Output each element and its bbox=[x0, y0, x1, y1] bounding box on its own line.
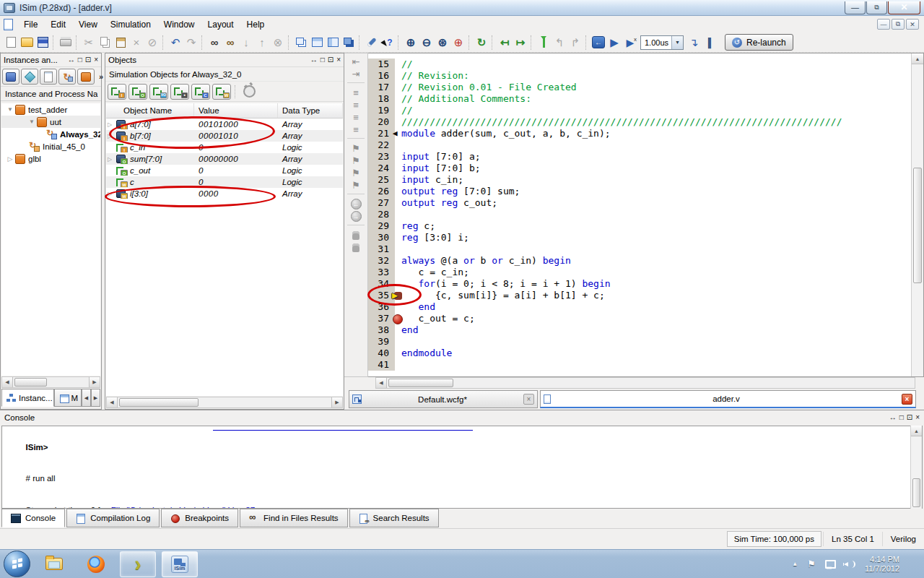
network-icon[interactable] bbox=[825, 560, 834, 568]
undo-icon[interactable]: ↶ bbox=[167, 35, 183, 51]
separator[interactable] bbox=[531, 35, 536, 50]
copy-icon[interactable] bbox=[97, 35, 113, 51]
paste-icon[interactable] bbox=[113, 35, 128, 51]
tree-item[interactable]: Initial_45_0 bbox=[1, 140, 100, 152]
undock-icon[interactable]: ↔ bbox=[68, 56, 75, 64]
zoom-in-icon[interactable]: ⊕ bbox=[403, 35, 419, 51]
object-row[interactable]: c 0 Logic bbox=[106, 176, 343, 188]
instances-tab[interactable]: Instanc... bbox=[1, 389, 54, 407]
maximize-panel-icon[interactable]: □ bbox=[899, 414, 904, 421]
reload-icon[interactable]: ↻ bbox=[474, 35, 489, 51]
print-icon[interactable] bbox=[58, 35, 74, 51]
float-panel-icon[interactable]: ⊡ bbox=[85, 56, 91, 64]
maximize-panel-icon[interactable]: □ bbox=[321, 56, 325, 64]
pan-icon[interactable] bbox=[348, 229, 364, 241]
nav-forward-icon[interactable]: → bbox=[348, 210, 364, 223]
editor-vscrollbar[interactable]: ▲ bbox=[911, 53, 923, 376]
taskbar-clock[interactable]: 4:14 PM 11/7/2012 bbox=[865, 555, 899, 574]
find-in-files-icon[interactable]: ∞ bbox=[222, 35, 238, 51]
taskbar-explorer-button[interactable] bbox=[36, 551, 72, 577]
code-editor[interactable]: 15 // 16 // Revision: 17 // Revision 0. bbox=[368, 53, 924, 377]
object-row[interactable]: c_out 0 Logic bbox=[106, 165, 343, 176]
zoom-to-marker-icon[interactable]: ⊕ bbox=[450, 35, 466, 51]
separator[interactable] bbox=[398, 35, 403, 50]
expander-icon[interactable] bbox=[108, 133, 116, 139]
separator[interactable] bbox=[288, 35, 293, 50]
filter-input-icon[interactable]: I bbox=[108, 84, 126, 100]
editor-hscrollbar[interactable]: ◀ bbox=[375, 377, 915, 389]
step-icon[interactable]: ↴ bbox=[686, 35, 702, 51]
tab-scroll-left-icon[interactable]: ◀ bbox=[82, 389, 91, 407]
source-filter-icon[interactable] bbox=[40, 69, 57, 85]
scroll-thumb[interactable] bbox=[119, 398, 199, 407]
close-tab-icon[interactable]: × bbox=[902, 394, 912, 405]
tree-item[interactable]: Always_32 bbox=[1, 128, 100, 140]
scroll-thumb[interactable] bbox=[912, 478, 920, 507]
run-time-combobox[interactable]: 1.00us ▼ bbox=[640, 35, 684, 50]
close-button[interactable]: ✕ bbox=[888, 1, 920, 14]
run-for-time-icon[interactable] bbox=[622, 35, 638, 51]
undock-icon[interactable]: ↔ bbox=[889, 414, 897, 421]
cascade-windows-icon[interactable] bbox=[293, 35, 309, 51]
goto-start-icon[interactable]: ↤ bbox=[497, 35, 513, 51]
menu-item[interactable]: Help bbox=[240, 17, 271, 32]
scroll-thumb[interactable] bbox=[388, 379, 453, 387]
menu-item[interactable]: Layout bbox=[201, 17, 240, 32]
combobox-dropdown-icon[interactable]: ▼ bbox=[671, 36, 683, 49]
new-icon[interactable] bbox=[3, 35, 19, 51]
taskbar-firefox-button[interactable] bbox=[78, 551, 114, 577]
tile-vertical-icon[interactable] bbox=[325, 35, 341, 51]
open-icon[interactable] bbox=[19, 35, 35, 51]
separator[interactable] bbox=[585, 35, 590, 50]
line-wrap-icon[interactable]: ≡ bbox=[348, 111, 364, 124]
expander-icon[interactable] bbox=[108, 191, 116, 197]
close-tab-icon[interactable]: × bbox=[523, 394, 534, 405]
console-tab[interactable]: Compilation Log bbox=[66, 509, 160, 527]
float-panel-icon[interactable]: ⊡ bbox=[907, 414, 912, 421]
separator[interactable] bbox=[53, 35, 58, 50]
code-area[interactable]: 15 // 16 // Revision: 17 // Revision 0. bbox=[368, 53, 911, 376]
scroll-right-icon[interactable]: ▶ bbox=[331, 397, 342, 407]
close-panel-icon[interactable]: × bbox=[915, 414, 920, 421]
expander-icon[interactable] bbox=[6, 155, 14, 163]
object-row[interactable]: sum[7:0] 00000000 Array bbox=[106, 153, 343, 165]
find-icon[interactable]: ∞ bbox=[206, 35, 222, 51]
mdi-minimize-button[interactable]: — bbox=[877, 19, 890, 30]
scroll-left-icon[interactable]: ◀ bbox=[376, 378, 387, 388]
tab-adder-v[interactable]: adder.v × bbox=[540, 390, 916, 408]
scroll-thumb[interactable] bbox=[14, 378, 47, 387]
zoom-out-icon[interactable]: ⊖ bbox=[419, 35, 435, 51]
tray-expand-icon[interactable]: ▲ bbox=[792, 561, 798, 567]
tree-item[interactable]: test_adder bbox=[1, 103, 100, 116]
restart-icon[interactable] bbox=[590, 35, 606, 51]
scroll-left-icon[interactable]: ◀ bbox=[107, 397, 118, 407]
relaunch-button[interactable]: ↺ Re-launch bbox=[725, 34, 793, 51]
goto-column-icon[interactable]: ≡ bbox=[348, 124, 364, 136]
filter-output-icon[interactable]: O bbox=[128, 84, 147, 100]
separator[interactable] bbox=[162, 35, 167, 50]
grab-icon[interactable] bbox=[348, 241, 364, 254]
tree-item[interactable]: uut bbox=[1, 116, 100, 128]
whats-this-help-icon[interactable] bbox=[380, 35, 396, 51]
console-tab[interactable]: Search Results bbox=[349, 509, 439, 527]
console-tab[interactable]: Console bbox=[1, 509, 65, 527]
prev-transition-icon[interactable]: ↰ bbox=[552, 35, 567, 51]
find-prev-icon[interactable]: ↑ bbox=[254, 35, 270, 51]
break-pause-icon[interactable]: ∥ bbox=[702, 35, 718, 51]
tab-scroll-right-icon[interactable]: ▶ bbox=[91, 389, 100, 407]
column-object-name[interactable]: Object Name bbox=[106, 103, 194, 118]
console-vscrollbar[interactable]: ▲ bbox=[910, 426, 922, 509]
zoom-full-view-icon[interactable]: ⊛ bbox=[435, 35, 450, 51]
no-edit-icon[interactable]: ⊘ bbox=[144, 35, 160, 51]
instances-tree[interactable]: test_adder uut Always_32 Init bbox=[1, 103, 100, 376]
minimize-button[interactable]: — bbox=[845, 1, 866, 14]
menu-item[interactable]: Simulation bbox=[104, 17, 157, 32]
column-data-type[interactable]: Data Type bbox=[278, 103, 343, 118]
nav-back-icon[interactable]: ← bbox=[348, 198, 364, 210]
cube-filter-icon[interactable] bbox=[21, 69, 38, 85]
separator[interactable] bbox=[359, 35, 364, 50]
instances-filter-icon[interactable] bbox=[2, 69, 19, 85]
filter-variable-icon[interactable]: W bbox=[212, 84, 231, 100]
scroll-left-icon[interactable]: ◀ bbox=[2, 377, 13, 387]
mdi-restore-button[interactable]: ⧉ bbox=[892, 19, 905, 30]
